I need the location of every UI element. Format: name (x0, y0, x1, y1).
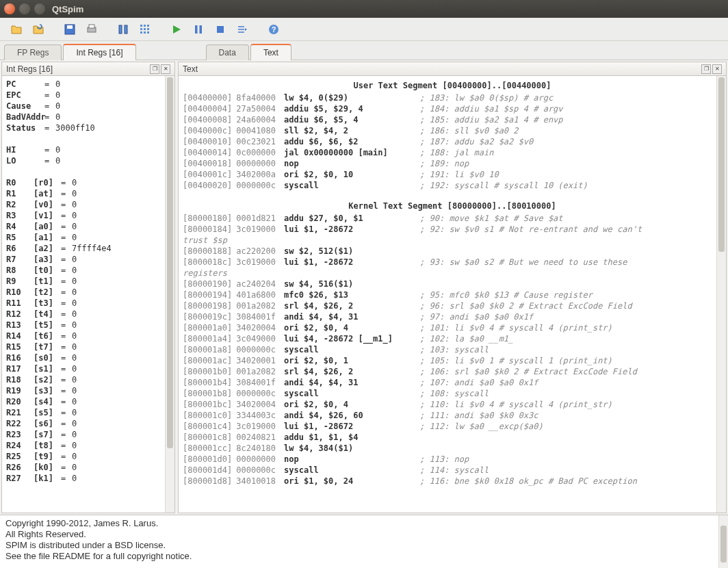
step-button[interactable] (233, 20, 252, 39)
code-instruction: sw $2, 512($1) (284, 246, 419, 257)
reload-file-button[interactable] (29, 20, 48, 39)
console-panel[interactable]: Copyright 1990-2012, James R. Larus.All … (0, 515, 728, 568)
code-row[interactable]: [0040001c]3402000aori $2, $0, 10; 191: l… (179, 169, 726, 180)
code-row[interactable]: [800001a8]0000000csyscall; 103: syscall (179, 344, 726, 355)
code-row[interactable]: [80000184]3c019000lui $1, -28672; 92: sw… (179, 224, 726, 235)
code-row[interactable]: [800001bc]34020004ori $2, $0, 4; 110: li… (179, 399, 726, 410)
code-row[interactable]: [80000194]401a6800mfc0 $26, $13; 95: mfc… (179, 289, 726, 300)
code-row[interactable]: [00400004]27a50004addiu $5, $29, 4; 184:… (179, 103, 726, 114)
register-alias: [s7] (34, 429, 61, 440)
code-row[interactable]: [00400018]00000000nop; 189: nop (179, 158, 726, 169)
code-hex: 8c240180 (236, 443, 276, 454)
open-file-button[interactable] (7, 20, 26, 39)
register-name: R18 (6, 374, 34, 385)
register-name: LO (6, 155, 44, 166)
tab-fp-regs[interactable]: FP Regs (4, 44, 62, 60)
print-button[interactable] (82, 20, 101, 39)
code-row[interactable]: [80000188]ac220200sw $2, 512($1) (179, 246, 726, 257)
code-row[interactable]: [8000018c]3c019000lui $1, -28672; 93: sw… (179, 257, 726, 268)
run-button[interactable] (167, 20, 186, 39)
pause-button[interactable] (189, 20, 208, 39)
text-body[interactable]: User Text Segment [00400000]..[00440000]… (179, 76, 726, 513)
tab-data[interactable]: Data (206, 44, 249, 60)
register-row: PC= 0 (6, 79, 170, 90)
code-row[interactable]: [800001c0]3344003candi $4, $26, 60; 111:… (179, 410, 726, 421)
clear-regs-button[interactable] (114, 20, 133, 39)
code-row[interactable]: [800001d0]00000000nop; 113: nop (179, 454, 726, 465)
code-address: [800001d0] (183, 454, 232, 465)
code-hex: 24a60004 (236, 114, 276, 125)
register-value: 0 (72, 396, 77, 407)
register-alias: [t1] (34, 276, 61, 287)
code-row[interactable]: [800001c4]3c019000lui $1, -28672; 112: l… (179, 421, 726, 432)
code-row[interactable]: [00400014]0c000000jal 0x00000000 [main];… (179, 147, 726, 158)
code-row[interactable]: [0040000c]00041080sll $2, $4, 2; 186: sl… (179, 125, 726, 136)
code-row[interactable]: [800001a0]34020004ori $2, $0, 4; 101: li… (179, 322, 726, 333)
help-button[interactable]: ? (264, 20, 283, 39)
code-row[interactable]: [800001d8]34010018ori $1, $0, 24; 116: b… (179, 476, 726, 487)
code-row[interactable]: [800001a4]3c049000lui $4, -28672 [__m1_]… (179, 333, 726, 344)
svg-rect-11 (147, 28, 149, 30)
code-row[interactable]: [800001d4]0000000csyscall; 114: syscall (179, 465, 726, 476)
code-address: [00400000] (183, 92, 232, 103)
code-row[interactable]: [80000198]001a2082srl $4, $26, 2; 96: sr… (179, 300, 726, 311)
scrollbar-icon[interactable] (165, 76, 174, 513)
code-row[interactable]: [800001c8]00240821addu $1, $1, $4 (179, 432, 726, 443)
code-hex: 3344003c (236, 410, 276, 421)
register-value: 0 (72, 287, 77, 298)
code-row[interactable]: [80000190]ac240204sw $4, 516($1) (179, 279, 726, 289)
register-row: R22 [s6]= 0 (6, 418, 170, 429)
scrollbar-icon[interactable] (716, 76, 726, 513)
code-instruction: nop (284, 158, 419, 169)
code-row[interactable]: [80000180]0001d821addu $27, $0, $1; 90: … (179, 213, 726, 224)
register-value: 0 (72, 199, 77, 210)
register-name: R19 (6, 385, 34, 396)
registers-body[interactable]: PC= 0EPC= 0Cause= 0BadVAddr= 0Status= 30… (2, 76, 174, 513)
panel-close-button[interactable]: ✕ (161, 64, 170, 74)
register-value: 0 (72, 177, 77, 188)
tab-text[interactable]: Text (250, 44, 291, 60)
panel-close-button[interactable]: ✕ (712, 64, 722, 74)
register-name: R27 (6, 473, 34, 484)
code-row[interactable]: [00400010]00c23021addu $6, $6, $2; 187: … (179, 136, 726, 147)
register-name: HI (6, 144, 44, 155)
console-line: Copyright 1990-2012, James R. Larus. (5, 518, 723, 529)
code-address: [800001c4] (183, 421, 232, 432)
code-hex: 34020004 (236, 399, 276, 410)
register-row: LO= 0 (6, 155, 170, 166)
code-row[interactable]: [800001b4]3084001fandi $4, $4, 31; 107: … (179, 377, 726, 388)
code-row[interactable]: [800001ac]34020001ori $2, $0, 1; 105: li… (179, 355, 726, 366)
code-hex: 34010018 (236, 476, 276, 487)
tab-int-regs[interactable]: Int Regs [16] (63, 44, 135, 60)
register-name: PC (6, 79, 44, 90)
code-address: [800001c8] (183, 432, 232, 443)
code-row[interactable]: [800001b0]001a2082srl $4, $26, 2; 106: s… (179, 366, 726, 377)
code-instruction: sll $2, $4, 2 (284, 125, 419, 136)
register-name: R10 (6, 287, 34, 298)
code-address: [800001b4] (183, 377, 232, 388)
code-row[interactable]: [00400000]8fa40000lw $4, 0($29); 183: lw… (179, 92, 726, 103)
code-row[interactable]: [800001cc]8c240180lw $4, 384($1) (179, 443, 726, 454)
console-line: SPIM is distributed under a BSD license. (5, 540, 723, 551)
code-row[interactable]: [00400020]0000000csyscall; 192: syscall … (179, 180, 726, 191)
register-value: 0 (72, 331, 77, 341)
register-value: 0 (72, 407, 77, 418)
save-button[interactable] (60, 20, 79, 39)
code-row[interactable]: [800001b8]0000000csyscall; 108: syscall (179, 388, 726, 399)
reinit-button[interactable] (135, 20, 155, 39)
code-row[interactable]: [00400008]24a60004addiu $6, $5, 4; 185: … (179, 114, 726, 125)
scrollbar-icon[interactable] (718, 515, 728, 568)
code-row[interactable]: [8000019c]3084001fandi $4, $4, 31; 97: a… (179, 311, 726, 322)
register-value: 0 (72, 385, 77, 396)
window-minimize-button[interactable] (19, 3, 30, 14)
window-close-button[interactable] (4, 3, 15, 14)
window-maximize-button[interactable] (34, 3, 45, 14)
register-row: R7 [a3]= 0 (6, 254, 170, 265)
stop-button[interactable] (211, 20, 230, 39)
panel-float-button[interactable]: ❐ (150, 64, 159, 74)
code-hex: 34020004 (236, 322, 276, 333)
register-name: R1 (6, 188, 34, 199)
panel-float-button[interactable]: ❐ (701, 64, 711, 74)
code-address: [800001c0] (183, 410, 232, 421)
register-value: 0 (72, 265, 77, 276)
